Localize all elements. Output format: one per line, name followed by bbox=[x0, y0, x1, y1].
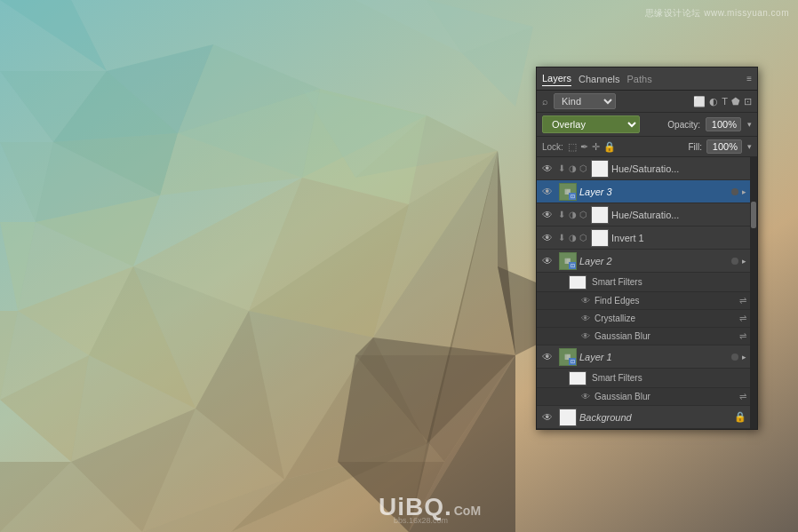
layer-row[interactable]: 👁 Background 🔒 bbox=[537, 406, 750, 429]
lock-move-icon[interactable]: ✛ bbox=[592, 141, 600, 153]
layer-name: Layer 3 bbox=[579, 187, 731, 197]
layer-row[interactable]: 👁 ▦ ⊡ Layer 3 ▸ bbox=[537, 180, 750, 203]
blend-row: Overlay Opacity: 100% ▾ bbox=[537, 113, 757, 137]
filter-adjust-icon[interactable]: ⇌ bbox=[739, 314, 746, 323]
fx-icon: ◑ bbox=[567, 233, 578, 242]
layer-name: Background bbox=[579, 412, 734, 423]
layers-panel: Layers Channels Paths ≡ ⌕ Kind ⬜ ◐ T ⬟ ⊡… bbox=[536, 67, 758, 430]
tab-layers[interactable]: Layers bbox=[542, 71, 571, 86]
layer-row[interactable]: 👁 ⬇ ◑ ⬡ Invert 1 bbox=[537, 226, 750, 250]
kind-select[interactable]: Kind bbox=[554, 93, 616, 109]
panel-menu-icon[interactable]: ≡ bbox=[746, 74, 752, 83]
adjustment-icon[interactable]: ◐ bbox=[709, 96, 718, 107]
layer-thumbnail: ▦ ⊡ bbox=[559, 183, 577, 201]
opacity-value[interactable]: 100% bbox=[706, 117, 741, 131]
kind-row: ⌕ Kind ⬜ ◐ T ⬟ ⊡ bbox=[537, 91, 757, 113]
layer-thumbnail bbox=[591, 206, 609, 224]
filter-row[interactable]: 👁 Gaussian Blur ⇌ bbox=[537, 328, 750, 345]
smart-filter-thumbnail bbox=[569, 371, 587, 385]
blend-mode-select[interactable]: Overlay bbox=[542, 115, 640, 133]
smart-filter-thumbnail bbox=[569, 275, 587, 290]
lock-row: Lock: ⬚ ✒ ✛ 🔒 Fill: 100% ▾ bbox=[537, 137, 757, 157]
smartobj-icon[interactable]: ⊡ bbox=[744, 96, 752, 107]
filter-row[interactable]: 👁 Crystallize ⇌ bbox=[537, 310, 750, 328]
opacity-dropdown-icon[interactable]: ▾ bbox=[747, 120, 752, 129]
filter-row[interactable]: 👁 Find Edges ⇌ bbox=[537, 292, 750, 310]
filter-visibility-icon[interactable]: 👁 bbox=[581, 296, 590, 306]
layer-name: Layer 2 bbox=[579, 256, 731, 266]
panel-header: Layers Channels Paths ≡ bbox=[537, 67, 757, 91]
search-icon: ⌕ bbox=[542, 96, 548, 107]
layer-row[interactable]: 👁 ▦ ⊡ Layer 1 ▸ bbox=[537, 345, 750, 369]
smart-filters-label: Smart Filters bbox=[592, 373, 642, 383]
top-watermark: 思缘设计论坛 www.missyuan.com bbox=[645, 7, 789, 20]
visibility-icon[interactable]: 👁 bbox=[540, 411, 555, 424]
filter-adjust-icon[interactable]: ⇌ bbox=[739, 331, 746, 341]
visibility-icon[interactable]: 👁 bbox=[540, 209, 555, 221]
layer-name: Hue/Saturatio... bbox=[611, 210, 746, 220]
layer-arrow: ▸ bbox=[742, 257, 746, 266]
kind-icons: ⬜ ◐ T ⬟ ⊡ bbox=[693, 96, 752, 107]
pixel-icon[interactable]: ⬜ bbox=[693, 96, 706, 107]
com-logo: CoM bbox=[454, 504, 481, 518]
layer-arrow: ▸ bbox=[742, 187, 746, 196]
visibility-icon[interactable]: 👁 bbox=[540, 186, 555, 198]
layer-name: Layer 1 bbox=[579, 352, 731, 362]
layer-thumbnail: ▦ ⊡ bbox=[559, 348, 577, 366]
fill-value[interactable]: 100% bbox=[706, 139, 742, 154]
chain-icon: ⬇ bbox=[556, 163, 567, 173]
layer-visibility-dot bbox=[731, 353, 738, 361]
layers-scrollbar[interactable] bbox=[750, 157, 757, 429]
layers-scroll-container: 👁 ⬇ ◑ ⬡ Hue/Saturatio... 👁 ▦ ⊡ Layer 3 ▸ bbox=[537, 157, 757, 429]
fill-label: Fill: bbox=[688, 142, 702, 152]
visibility-icon[interactable]: 👁 bbox=[540, 255, 555, 267]
layer-thumbnail bbox=[559, 409, 577, 426]
layer-visibility-dot bbox=[731, 188, 738, 195]
bottom-sub-watermark: bbs.16x28.com bbox=[394, 516, 448, 525]
filter-visibility-icon[interactable]: 👁 bbox=[581, 314, 590, 323]
filter-visibility-icon[interactable]: 👁 bbox=[581, 392, 590, 401]
layer-visibility-dot bbox=[731, 258, 738, 265]
fx-icon: ◑ bbox=[567, 163, 578, 173]
lock-icons: ⬚ ✒ ✛ 🔒 bbox=[568, 141, 616, 153]
fx-icon2: ⬡ bbox=[578, 163, 588, 173]
lock-paint-icon[interactable]: ✒ bbox=[580, 141, 588, 153]
filter-row[interactable]: 👁 Gaussian Blur ⇌ bbox=[537, 388, 750, 406]
layer-name: Invert 1 bbox=[611, 233, 746, 243]
layer-row[interactable]: 👁 ▦ ⊡ Layer 2 ▸ bbox=[537, 250, 750, 273]
layers-scrollbar-thumb[interactable] bbox=[751, 202, 756, 228]
fx-icon2: ⬡ bbox=[578, 210, 588, 219]
visibility-icon[interactable]: 👁 bbox=[540, 232, 555, 244]
type-icon[interactable]: T bbox=[722, 96, 728, 107]
tab-channels[interactable]: Channels bbox=[579, 72, 619, 86]
layer-row[interactable]: 👁 ⬇ ◑ ⬡ Hue/Saturatio... bbox=[537, 157, 750, 180]
lock-transparency-icon[interactable]: ⬚ bbox=[568, 141, 577, 153]
chain-icon: ⬇ bbox=[556, 233, 567, 242]
smart-filters-row: Smart Filters bbox=[537, 369, 750, 388]
filter-visibility-icon[interactable]: 👁 bbox=[581, 331, 590, 341]
chain-icon: ⬇ bbox=[556, 210, 567, 219]
lock-label: Lock: bbox=[542, 142, 563, 152]
smart-filters-row: Smart Filters bbox=[537, 273, 750, 292]
filter-adjust-icon[interactable]: ⇌ bbox=[739, 392, 746, 401]
opacity-label: Opacity: bbox=[667, 120, 700, 130]
layers-list: 👁 ⬇ ◑ ⬡ Hue/Saturatio... 👁 ▦ ⊡ Layer 3 ▸ bbox=[537, 157, 750, 429]
layer-thumbnail: ▦ ⊡ bbox=[559, 252, 577, 270]
visibility-icon[interactable]: 👁 bbox=[540, 163, 555, 175]
filter-adjust-icon[interactable]: ⇌ bbox=[739, 296, 746, 306]
lock-all-icon[interactable]: 🔒 bbox=[603, 141, 616, 153]
layer-thumbnail bbox=[591, 160, 609, 178]
fx-icon: ◑ bbox=[567, 210, 578, 219]
filter-name: Find Edges bbox=[595, 296, 739, 306]
lock-icon: 🔒 bbox=[734, 411, 746, 423]
filter-name: Gaussian Blur bbox=[595, 392, 739, 401]
tab-paths[interactable]: Paths bbox=[627, 74, 652, 84]
smart-filters-label: Smart Filters bbox=[592, 277, 642, 287]
layer-row[interactable]: 👁 ⬇ ◑ ⬡ Hue/Saturatio... bbox=[537, 203, 750, 226]
shape-icon[interactable]: ⬟ bbox=[731, 96, 740, 107]
layer-arrow: ▸ bbox=[742, 353, 746, 361]
filter-name: Gaussian Blur bbox=[595, 331, 739, 341]
layer-name: Hue/Saturatio... bbox=[611, 163, 746, 174]
fill-dropdown-icon[interactable]: ▾ bbox=[747, 142, 752, 151]
visibility-icon[interactable]: 👁 bbox=[540, 351, 555, 363]
